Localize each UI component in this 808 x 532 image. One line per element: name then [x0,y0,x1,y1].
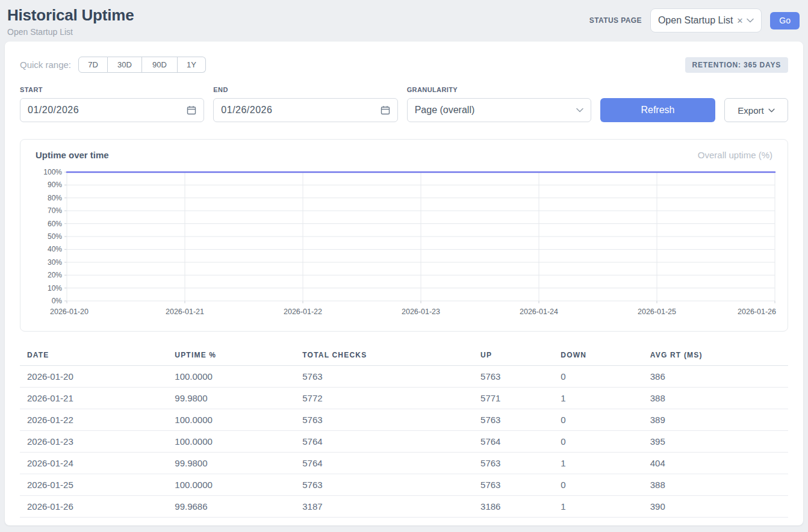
x-axis-tick-label: 2026-01-24 [520,308,558,316]
quick-range-7d[interactable]: 7D [78,57,108,73]
x-axis-tick-label: 2026-01-25 [638,308,676,316]
start-date-input[interactable]: 01/20/2026 [20,98,204,122]
table-cell: 99.9686 [167,496,295,518]
y-axis-tick-label: 80% [48,194,62,202]
status-page-select[interactable]: Open Startup List ✕ [650,8,762,32]
table-cell: 1 [553,453,642,474]
table-cell: 5772 [295,388,473,409]
page-header: Historical Uptime Open Startup List STAT… [0,0,808,42]
main-card: Quick range: 7D30D90D1Y RETENTION: 365 D… [5,42,803,525]
table-cell: 404 [643,453,788,474]
status-page-selected-value: Open Startup List [658,15,733,26]
table-header-row: DATEUPTIME %TOTAL CHECKSUPDOWNAVG RT (MS… [20,346,788,366]
clear-selection-icon[interactable]: ✕ [736,17,743,25]
uptime-chart-card: Uptime over time Overall uptime (%) 0%10… [20,139,788,332]
table-cell: 5763 [295,366,473,388]
table-cell: 0 [553,366,642,388]
table-cell: 388 [643,474,788,496]
table-cell: 99.9800 [167,453,295,474]
table-cell: 386 [643,366,788,388]
refresh-button[interactable]: Refresh [600,98,715,122]
y-axis-tick-label: 100% [43,168,62,176]
end-date-label: END [213,86,397,93]
quick-range-1y[interactable]: 1Y [178,57,206,73]
table-cell: 395 [643,431,788,453]
column-header-avg-rt-ms-: AVG RT (MS) [643,346,788,366]
calendar-icon[interactable] [187,105,196,115]
table-cell: 0 [553,431,642,453]
table-cell: 5763 [473,409,553,431]
granularity-select[interactable]: Page (overall) [407,98,591,122]
end-date-value: 01/26/2026 [221,105,272,116]
table-cell: 5763 [473,366,553,388]
export-button[interactable]: Export [724,98,788,122]
table-cell: 0 [553,474,642,496]
table-cell: 100.0000 [167,366,295,388]
page-subtitle: Open Startup List [7,27,134,37]
table-cell: 99.9800 [167,388,295,409]
table-row: 2026-01-25100.0000576357630388 [20,474,788,496]
x-axis-tick-label: 2026-01-26 [738,308,776,316]
page-title: Historical Uptime [7,6,134,25]
status-page-controls: STATUS PAGE Open Startup List ✕ Go [589,8,800,32]
quick-range-30d[interactable]: 30D [108,57,142,73]
table-cell: 2026-01-21 [20,388,167,409]
quick-range-90d[interactable]: 90D [142,57,178,73]
table-cell: 100.0000 [167,474,295,496]
column-header-uptime-: UPTIME % [167,346,295,366]
y-axis-tick-label: 30% [48,258,62,267]
table-cell: 388 [643,388,788,409]
table-row: 2026-01-2499.9800576457631404 [20,453,788,474]
table-cell: 5763 [473,453,553,474]
table-row: 2026-01-2199.9800577257711388 [20,388,788,409]
table-cell: 3186 [473,496,553,518]
x-axis-tick-label: 2026-01-21 [166,308,204,316]
table-cell: 2026-01-26 [20,496,167,518]
table-cell: 2026-01-23 [20,431,167,453]
table-cell: 5763 [295,409,473,431]
table-cell: 390 [643,496,788,518]
calendar-icon[interactable] [381,105,390,115]
table-cell: 2026-01-25 [20,474,167,496]
chevron-down-icon [768,108,775,113]
table-cell: 5764 [295,431,473,453]
x-axis-tick-label: 2026-01-22 [284,308,322,316]
table-cell: 5764 [473,431,553,453]
column-header-date: DATE [20,346,167,366]
column-header-total-checks: TOTAL CHECKS [295,346,473,366]
table-cell: 5771 [473,388,553,409]
column-header-down: DOWN [553,346,642,366]
chevron-down-icon [747,18,754,23]
end-date-input[interactable]: 01/26/2026 [213,98,397,122]
y-axis-tick-label: 70% [48,206,62,215]
table-row: 2026-01-20100.0000576357630386 [20,366,788,388]
chevron-down-icon [576,108,583,113]
end-date-field: END 01/26/2026 [213,86,397,122]
title-block: Historical Uptime Open Startup List [7,6,134,37]
table-row: 2026-01-22100.0000576357630389 [20,409,788,431]
uptime-line-chart: 0%10%20%30%40%50%60%70%80%90%100%2026-01… [30,167,778,323]
y-axis-tick-label: 90% [48,181,62,189]
y-axis-tick-label: 20% [48,271,62,279]
quick-range-label: Quick range: [20,60,71,70]
table-cell: 100.0000 [167,409,295,431]
column-header-up: UP [473,346,553,366]
go-button[interactable]: Go [770,12,800,29]
table-cell: 2026-01-24 [20,453,167,474]
y-axis-tick-label: 0% [52,297,63,305]
table-cell: 1 [553,388,642,409]
table-cell: 5764 [295,453,473,474]
table-cell: 2026-01-22 [20,409,167,431]
table-cell: 2026-01-20 [20,366,167,388]
y-axis-tick-label: 50% [48,232,62,241]
y-axis-tick-label: 10% [48,284,62,292]
x-axis-tick-label: 2026-01-20 [50,308,89,316]
y-axis-tick-label: 60% [48,220,62,228]
status-page-label: STATUS PAGE [589,16,642,25]
retention-badge: RETENTION: 365 DAYS [685,57,788,73]
table-row: 2026-01-23100.0000576457640395 [20,431,788,453]
granularity-selected-value: Page (overall) [415,105,475,116]
table-cell: 3187 [295,496,473,518]
start-date-label: START [20,86,204,93]
table-cell: 389 [643,409,788,431]
